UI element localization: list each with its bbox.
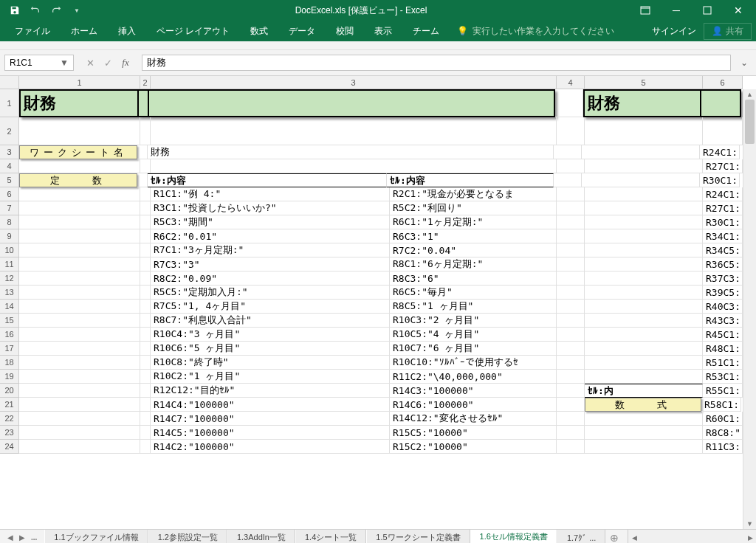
sheet-tab[interactable]: 1.2参照設定一覧 [148, 530, 227, 543]
cell[interactable] [19, 117, 140, 145]
undo-icon[interactable] [27, 1, 44, 19]
cell[interactable] [140, 328, 151, 342]
cell[interactable] [585, 215, 703, 229]
sheet-tab[interactable]: 1.3AddIn一覧 [227, 530, 295, 543]
row-header[interactable]: 18 [0, 356, 19, 370]
expand-formula-icon[interactable]: ⌄ [737, 58, 752, 68]
label-worksheet-name[interactable]: ワークシート名 [19, 145, 137, 159]
cell[interactable]: R55C1: [703, 384, 743, 398]
sheet-tab[interactable]: 1.1ブックファイル情報 [44, 530, 148, 543]
cell[interactable]: R30C1: [703, 215, 743, 229]
cell[interactable] [140, 272, 151, 286]
formula-input[interactable]: 財務 [142, 55, 731, 71]
cell[interactable] [19, 370, 140, 384]
cell[interactable] [585, 426, 703, 440]
cell[interactable]: R14C3:"100000" [390, 384, 557, 398]
label-constants[interactable]: 定 数 [19, 173, 137, 187]
cell[interactable] [140, 117, 151, 145]
tab-pagelayout[interactable]: ページ レイアウト [146, 21, 240, 41]
cell[interactable] [585, 300, 703, 314]
cell[interactable]: R5C2:"利回り" [390, 201, 557, 215]
cell[interactable] [557, 328, 585, 342]
row-header[interactable]: 3 [0, 145, 19, 159]
cell[interactable]: R10C7:"6 ヶ月目" [390, 342, 557, 356]
redo-icon[interactable] [47, 1, 65, 19]
cell[interactable]: R10C8:"終了時" [151, 356, 390, 370]
cell[interactable] [137, 173, 148, 187]
cell[interactable] [140, 300, 151, 314]
row-header[interactable]: 24 [0, 440, 19, 454]
cell[interactable]: R10C3:"2 ヶ月目" [390, 314, 557, 328]
cell[interactable] [557, 412, 585, 426]
sheet-next-icon[interactable]: ▶ [19, 533, 25, 542]
row-header[interactable]: 2 [0, 117, 19, 145]
cell[interactable] [19, 215, 140, 229]
cell[interactable]: R45C1: [703, 328, 743, 342]
cell[interactable]: R8C3:"6" [390, 272, 557, 286]
horizontal-scrollbar[interactable]: ◀ ▶ [628, 530, 756, 543]
cell[interactable] [140, 286, 151, 300]
cell[interactable] [140, 159, 151, 173]
close-button[interactable]: ✕ [724, 1, 753, 19]
cell[interactable]: R14C5:"100000" [151, 426, 390, 440]
cell[interactable]: R8C2:"0.09" [151, 272, 390, 286]
cell[interactable] [585, 286, 703, 300]
cell[interactable]: R8C7:"利息収入合計" [151, 314, 390, 328]
cell[interactable] [585, 159, 703, 173]
scroll-right-icon[interactable]: ▶ [744, 530, 756, 543]
cell[interactable] [585, 243, 703, 257]
cell[interactable] [557, 243, 585, 257]
cell[interactable]: R39C5: [703, 286, 743, 300]
tab-team[interactable]: チーム [402, 21, 450, 41]
cell[interactable] [585, 342, 703, 356]
col-header[interactable]: 2 [140, 76, 151, 89]
cell[interactable] [557, 426, 585, 440]
minimize-button[interactable]: ─ [662, 1, 691, 19]
cancel-icon[interactable]: ✕ [83, 55, 97, 70]
cell[interactable]: R6C3:"1" [390, 229, 557, 243]
row-header[interactable]: 15 [0, 314, 19, 328]
maximize-button[interactable] [693, 1, 722, 19]
row-header[interactable]: 19 [0, 370, 19, 384]
cell[interactable]: R6C1:"1ヶ月定期:" [390, 215, 557, 229]
cell[interactable] [19, 314, 140, 328]
cell[interactable] [19, 426, 140, 440]
cell[interactable]: R5C5:"定期加入月:" [151, 286, 390, 300]
cell[interactable] [19, 300, 140, 314]
cell[interactable]: R10C10:"ｿﾙﾊﾞｰで使用するｾ [390, 356, 557, 370]
cell[interactable]: R24C1: [703, 187, 743, 201]
scrollbar-thumb[interactable] [745, 100, 755, 144]
cell[interactable]: R7C1:"3ヶ月定期:" [151, 243, 390, 257]
row-header[interactable]: 16 [0, 328, 19, 342]
cell[interactable]: R34C1: [703, 229, 743, 243]
cell[interactable] [557, 229, 585, 243]
row-header[interactable]: 1 [0, 89, 19, 117]
cell[interactable] [19, 257, 140, 272]
cell[interactable]: R14C7:"100000" [151, 412, 390, 426]
vertical-scrollbar[interactable]: ▲ ▼ [743, 89, 756, 529]
cell[interactable] [140, 342, 151, 356]
row-header[interactable]: 10 [0, 243, 19, 257]
cell[interactable] [555, 89, 583, 117]
cell[interactable] [585, 440, 703, 454]
cell[interactable] [151, 159, 557, 173]
cell[interactable] [557, 370, 585, 384]
cell[interactable] [149, 89, 555, 117]
cell[interactable] [19, 272, 140, 286]
cell[interactable]: R40C3: [703, 300, 743, 314]
cell[interactable] [585, 328, 703, 342]
cell[interactable] [585, 187, 703, 201]
cell[interactable]: R6C2:"0.01" [151, 229, 390, 243]
cell[interactable] [585, 117, 703, 145]
label-formula[interactable]: 数 式 [585, 398, 701, 412]
cell[interactable] [703, 117, 743, 145]
cell[interactable]: R1C1:"例 4:" [151, 187, 390, 201]
cell[interactable] [585, 356, 703, 370]
sheet-tab[interactable]: 1.7ｸﾞ ... [557, 530, 606, 543]
tab-review[interactable]: 校閲 [326, 21, 364, 41]
tab-formulas[interactable]: 数式 [240, 21, 278, 41]
cell[interactable]: R36C5: [703, 257, 743, 272]
table-header[interactable]: ｾﾙ:内 [585, 384, 703, 398]
cell[interactable]: R7C2:"0.04" [390, 243, 557, 257]
cell[interactable] [139, 89, 149, 117]
